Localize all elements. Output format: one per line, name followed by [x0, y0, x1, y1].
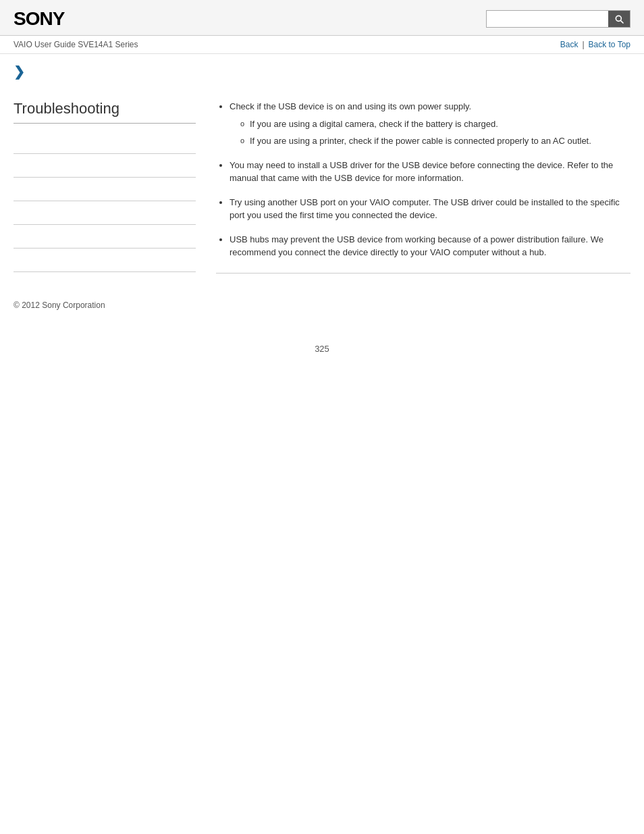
sidebar-link-3[interactable] [14, 184, 196, 194]
sidebar: Troubleshooting [14, 93, 216, 273]
content-bullet-item: Try using another USB port on your VAIO … [230, 196, 630, 222]
sidebar-link-4[interactable] [14, 208, 196, 217]
top-section: ❯ [0, 54, 644, 80]
content-bullet-item: You may need to install a USB driver for… [230, 159, 630, 185]
page-number: 325 [0, 330, 644, 367]
nav-separator: | [582, 40, 584, 49]
back-to-top-link[interactable]: Back to Top [589, 40, 630, 49]
search-icon [614, 14, 624, 24]
sony-logo: SONY [14, 8, 64, 30]
sidebar-link-6[interactable] [14, 255, 196, 265]
list-item [14, 154, 196, 178]
chevron-icon[interactable]: ❯ [14, 64, 25, 79]
content-divider [216, 273, 630, 273]
content-list: Check if the USB device is on and using … [216, 100, 630, 259]
list-item [14, 178, 196, 201]
footer: © 2012 Sony Corporation [0, 287, 644, 330]
main-content: Troubleshooting Check if th [0, 80, 644, 287]
nav-bar: VAIO User Guide SVE14A1 Series Back | Ba… [0, 36, 644, 54]
sidebar-links [14, 130, 196, 272]
list-item [14, 130, 196, 154]
right-content: Check if the USB device is on and using … [216, 93, 630, 273]
guide-title: VAIO User Guide SVE14A1 Series [14, 40, 138, 49]
search-input[interactable] [487, 11, 608, 27]
sidebar-link-2[interactable] [14, 161, 196, 170]
list-item [14, 225, 196, 249]
back-link[interactable]: Back [560, 40, 579, 49]
header: SONY [0, 0, 644, 36]
content-bullet-item: USB hubs may prevent the USB device from… [230, 233, 630, 259]
list-item [14, 249, 196, 272]
nav-right: Back | Back to Top [560, 40, 630, 49]
search-button[interactable] [608, 11, 630, 27]
copyright-text: © 2012 Sony Corporation [14, 301, 105, 310]
sidebar-link-5[interactable] [14, 232, 196, 241]
sub-list-item: If you are using a digital camera, check… [240, 118, 630, 131]
content-bullet-item: Check if the USB device is on and using … [230, 100, 630, 148]
sidebar-title: Troubleshooting [14, 100, 196, 124]
list-item [14, 201, 196, 225]
sub-list-item: If you are using a printer, check if the… [240, 134, 630, 148]
sub-list: If you are using a digital camera, check… [230, 118, 630, 148]
search-box [486, 10, 630, 28]
sidebar-link-1[interactable] [14, 137, 196, 147]
